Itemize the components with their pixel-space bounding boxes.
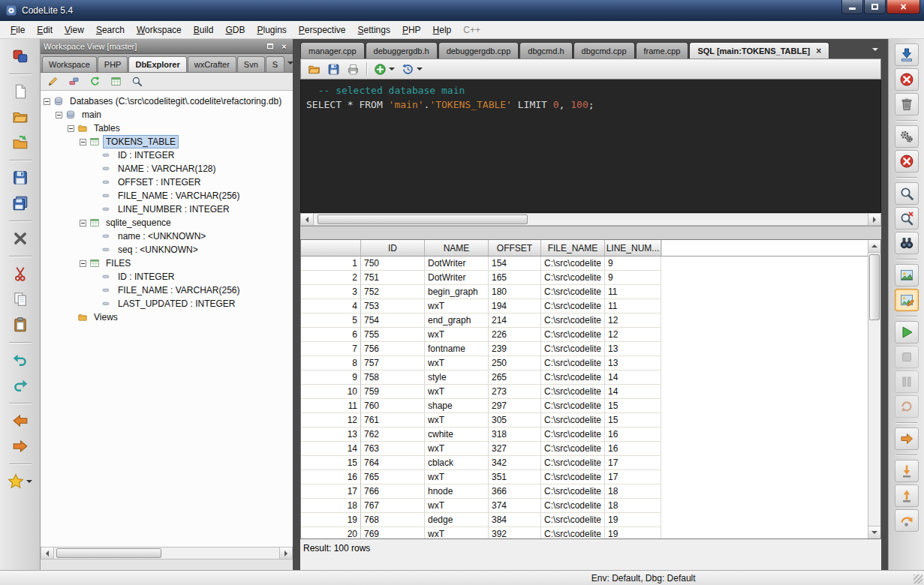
open-folder-button[interactable] [305, 62, 323, 77]
rerun-button[interactable] [895, 395, 919, 418]
tree-item-id-integer[interactable]: ID : INTEGER [41, 270, 293, 284]
close-window-button[interactable]: × [886, 0, 920, 14]
tree-item-tokens-table[interactable]: TOKENS_TABLE [41, 135, 293, 148]
tab-s[interactable]: S [266, 56, 284, 72]
folder-reload-button[interactable] [8, 131, 33, 154]
maximize-button[interactable] [864, 0, 886, 14]
table-row[interactable]: 4753wxT194C:\src\codelite11 [301, 299, 880, 314]
tab-overflow-button[interactable] [870, 42, 881, 56]
table-row[interactable]: 2751DotWriter165C:\src\codelite9 [301, 271, 880, 285]
tree-item-views[interactable]: Views [41, 310, 293, 324]
menu-file[interactable]: File [5, 22, 31, 38]
resize-grip-icon[interactable] [913, 574, 922, 584]
minimize-button[interactable] [841, 0, 863, 14]
tree-item-offset-integer[interactable]: OFFSET : INTEGER [41, 176, 293, 189]
table-row[interactable]: 19768dedge384C:\src\codelite19 [301, 513, 880, 527]
tab-php[interactable]: PHP [98, 56, 128, 72]
tree-item-tables[interactable]: Tables [41, 122, 293, 135]
search-button[interactable] [129, 74, 145, 88]
tree-item-file-name-varchar-256[interactable]: FILE_NAME : VARCHAR(256) [41, 189, 293, 202]
table-row[interactable]: 10759wxT273C:\src\codelite14 [301, 385, 880, 399]
tree-item-main[interactable]: main [41, 108, 293, 122]
tree-item-sqlite-sequence[interactable]: sqlite_sequence [41, 216, 293, 230]
step-out-button[interactable] [895, 484, 919, 507]
copy-button[interactable] [8, 288, 33, 310]
tree-item-files[interactable]: FILES [41, 256, 293, 270]
table-row[interactable]: 7756fontname239C:\src\codelite13 [301, 342, 880, 356]
tables-button[interactable] [108, 74, 124, 88]
editor-tab-dbgcmd.h[interactable]: dbgcmd.h [519, 42, 572, 58]
image-button[interactable] [895, 264, 919, 286]
table-row[interactable]: 15764cblack342C:\src\codelite17 [301, 456, 880, 470]
tree-item-databases-c-src-codelitegit-.c[interactable]: Databases (C:\src\codelitegit\.codelite\… [41, 94, 293, 108]
menu-help[interactable]: Help [427, 22, 458, 38]
down-disk-button[interactable] [895, 44, 919, 66]
tree-item-last-updated-integer[interactable]: LAST_UPDATED : INTEGER [41, 297, 293, 310]
editor-tab-debuggergdb.cpp[interactable]: debuggergdb.cpp [438, 42, 519, 58]
column-header-line-num...[interactable]: LINE_NUM... [605, 240, 661, 256]
printer-button[interactable] [345, 62, 362, 77]
history-button[interactable] [399, 62, 425, 77]
collapse-icon[interactable] [80, 260, 86, 267]
editor-tab-dbgcmd.cpp[interactable]: dbgcmd.cpp [573, 42, 635, 58]
menu-search[interactable]: Search [90, 22, 131, 38]
trash-button[interactable] [895, 93, 919, 116]
column-header-rownum[interactable] [301, 240, 361, 256]
step-in-button[interactable] [895, 460, 919, 482]
save-button[interactable] [325, 62, 342, 77]
tree-item-line-number-integer[interactable]: LINE_NUMBER : INTEGER [41, 202, 293, 216]
tab-workspace[interactable]: Workspace [42, 56, 97, 72]
image-edit-button[interactable] [895, 289, 919, 311]
back-button[interactable] [8, 410, 33, 432]
tab-svn[interactable]: Svn [237, 56, 265, 72]
collapse-icon[interactable] [68, 125, 74, 132]
save-all-button[interactable] [8, 192, 33, 214]
play-button[interactable] [895, 321, 919, 344]
panel-header[interactable]: Workspace View [master] × [41, 39, 293, 54]
save-button[interactable] [8, 166, 33, 189]
table-row[interactable]: 3752begin_graph180C:\src\codelite11 [301, 285, 880, 299]
table-row[interactable]: 12761wxT305C:\src\codelite15 [301, 413, 880, 428]
scroll-thumb[interactable] [869, 254, 880, 320]
table-row[interactable]: 6755wxT226C:\src\codelite12 [301, 328, 880, 342]
plus-circle-button[interactable] [372, 62, 397, 77]
scroll-thumb[interactable] [318, 214, 528, 224]
scroll-down-button[interactable] [868, 526, 880, 538]
continue-button[interactable] [895, 428, 919, 450]
magnifier-button[interactable] [895, 182, 919, 205]
table-row[interactable]: 11760shape297C:\src\codelite15 [301, 399, 880, 413]
sql-editor[interactable]: -- selected database mainSELECT * FROM '… [300, 80, 881, 213]
float-pane-button[interactable] [264, 41, 275, 52]
undo-button[interactable] [8, 349, 33, 371]
menu-workspace[interactable]: Workspace [131, 22, 188, 38]
cancel-button[interactable] [895, 68, 919, 91]
menu-build[interactable]: Build [188, 22, 220, 38]
menu-php[interactable]: PHP [396, 22, 427, 38]
scroll-right-button[interactable] [868, 214, 880, 225]
table-row[interactable]: 1750DotWriter154C:\src\codelite9 [301, 256, 880, 271]
new-file-button[interactable] [8, 80, 33, 103]
paste-button[interactable] [8, 314, 33, 336]
magnifier-off-button[interactable] [895, 207, 919, 230]
collapse-icon[interactable] [44, 98, 50, 105]
scroll-right-button[interactable] [279, 548, 292, 559]
scroll-left-button[interactable] [41, 548, 54, 559]
eraser-button[interactable] [66, 74, 82, 88]
pause-button[interactable] [895, 370, 919, 393]
step-over-button[interactable] [895, 509, 919, 532]
tree-item-file-name-varchar-256[interactable]: FILE_NAME : VARCHAR(256) [41, 284, 293, 297]
edit-pen-button[interactable] [45, 74, 61, 88]
table-row[interactable]: 13762cwhite318C:\src\codelite16 [301, 428, 880, 442]
scroll-up-button[interactable] [868, 240, 880, 253]
menu-edit[interactable]: Edit [31, 22, 59, 38]
scroll-left-button[interactable] [301, 214, 314, 225]
menu-settings[interactable]: Settings [352, 22, 396, 38]
menu-view[interactable]: View [59, 22, 90, 38]
stop-button[interactable] [895, 346, 919, 368]
table-row[interactable]: 14763wxT327C:\src\codelite16 [301, 442, 880, 456]
collapse-icon[interactable] [56, 112, 62, 118]
open-folder-button[interactable] [8, 106, 33, 128]
close-button[interactable] [8, 227, 33, 250]
editor-tab-manager.cpp[interactable]: manager.cpp [300, 42, 365, 58]
close-tab-icon[interactable]: × [816, 46, 821, 56]
